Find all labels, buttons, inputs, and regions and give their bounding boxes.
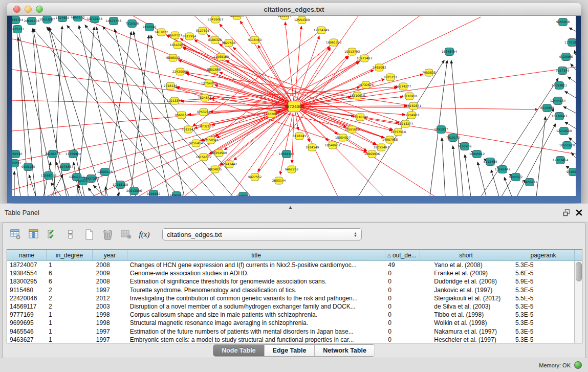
cell-short[interactable]: de Silva et al. (2003) bbox=[420, 302, 512, 311]
cell-year[interactable]: 2008 bbox=[93, 277, 127, 286]
column-header-short[interactable]: short bbox=[420, 250, 512, 261]
new-table-icon[interactable] bbox=[83, 229, 95, 240]
cell-name[interactable]: 9465546 bbox=[7, 327, 47, 336]
cell-name[interactable]: 9463627 bbox=[7, 336, 47, 343]
cell-out_degree[interactable]: 0 bbox=[385, 311, 420, 319]
column-header-name[interactable]: name bbox=[7, 250, 47, 261]
close-window-button[interactable] bbox=[13, 6, 20, 13]
column-header-out_degree[interactable]: △out_de... bbox=[385, 250, 420, 261]
table-row[interactable]: 1456911722003Disruption of a novel membe… bbox=[7, 302, 574, 311]
cell-year[interactable]: 2009 bbox=[93, 269, 127, 277]
table-row[interactable]: 1872400712008Changes of HCN gene express… bbox=[7, 261, 574, 269]
cell-pagerank[interactable]: 5.3E-5 bbox=[512, 311, 574, 319]
cell-pagerank[interactable]: 5.3E-5 bbox=[512, 319, 574, 327]
cell-name[interactable]: 9115460 bbox=[7, 286, 47, 294]
cell-out_degree[interactable]: 0 bbox=[385, 294, 420, 302]
column-header-title[interactable]: title bbox=[127, 250, 385, 261]
table-row[interactable]: 946362711997Embryonic stem cells: a mode… bbox=[7, 336, 574, 343]
close-panel-icon[interactable] bbox=[575, 209, 583, 216]
cell-in_degree[interactable]: 1 bbox=[47, 319, 93, 327]
table-row[interactable]: 977716911998Corpus callosum shape and si… bbox=[7, 311, 574, 319]
cell-title[interactable]: Corpus callosum shape and size in male p… bbox=[127, 311, 385, 319]
citation-graph[interactable]: 2242606374638228660123891295491275058186… bbox=[12, 16, 576, 196]
panel-resize-grip[interactable]: ▲ bbox=[288, 205, 293, 210]
cell-short[interactable]: Hescheler et al. (1997) bbox=[420, 336, 512, 343]
cell-in_degree[interactable]: 1 bbox=[47, 261, 93, 269]
cell-out_degree[interactable]: 49 bbox=[385, 261, 420, 269]
cell-name[interactable]: 22420046 bbox=[7, 294, 47, 302]
cell-title[interactable]: Disruption of a novel member of a sodium… bbox=[127, 302, 385, 311]
cell-year[interactable]: 2012 bbox=[93, 294, 127, 302]
select-rows-icon[interactable] bbox=[47, 229, 58, 240]
zoom-window-button[interactable] bbox=[36, 6, 43, 13]
column-header-year[interactable]: year bbox=[93, 250, 127, 261]
float-panel-icon[interactable] bbox=[563, 209, 571, 216]
cell-short[interactable]: Jankovic et al. (1997) bbox=[420, 286, 512, 294]
table-row[interactable]: 1938455462009Genome-wide association stu… bbox=[7, 269, 574, 277]
function-builder-icon[interactable]: f(x) bbox=[139, 229, 150, 240]
cell-name[interactable]: 18724007 bbox=[7, 261, 47, 269]
cell-in_degree[interactable]: 1 bbox=[47, 327, 93, 336]
tab-network-table[interactable]: Network Table bbox=[315, 345, 375, 356]
scrollbar-thumb[interactable] bbox=[576, 262, 582, 281]
cell-year[interactable]: 1998 bbox=[93, 311, 127, 319]
cell-title[interactable]: Estimation of the future numbers of pati… bbox=[127, 327, 385, 336]
cell-pagerank[interactable]: 5.3E-5 bbox=[512, 261, 574, 269]
cell-pagerank[interactable]: 5.6E-5 bbox=[512, 269, 574, 277]
cell-out_degree[interactable]: 0 bbox=[385, 319, 420, 327]
cell-name[interactable]: 9777169 bbox=[7, 311, 47, 319]
table-row[interactable]: 969969511998Structural magnetic resonanc… bbox=[7, 319, 574, 327]
show-columns-icon[interactable] bbox=[28, 229, 39, 240]
cell-short[interactable]: Dudbridge et al. (2008) bbox=[420, 277, 512, 286]
cell-title[interactable]: Genome-wide association studies in ADHD. bbox=[127, 269, 385, 277]
cell-pagerank[interactable]: 5.3E-5 bbox=[512, 302, 574, 311]
cell-pagerank[interactable]: 5.9E-5 bbox=[512, 277, 574, 286]
cell-short[interactable]: Nakamura et al. (1997) bbox=[420, 327, 512, 336]
cell-title[interactable]: Tourette syndrome. Phenomenology and cla… bbox=[127, 286, 385, 294]
cell-short[interactable]: Tibbo et al. (1998) bbox=[420, 311, 512, 319]
tab-edge-table[interactable]: Edge Table bbox=[265, 345, 315, 356]
cell-in_degree[interactable]: 6 bbox=[47, 269, 93, 277]
cell-name[interactable]: 18300295 bbox=[7, 277, 47, 286]
tab-node-table[interactable]: Node Table bbox=[213, 345, 264, 356]
cell-name[interactable]: 9699695 bbox=[7, 319, 47, 327]
vertical-scrollbar[interactable] bbox=[574, 261, 582, 343]
table-row[interactable]: 946554611997Estimation of the future num… bbox=[7, 327, 574, 336]
cell-year[interactable]: 2008 bbox=[93, 261, 127, 269]
table-settings-icon[interactable] bbox=[10, 229, 21, 240]
cell-in_degree[interactable]: 2 bbox=[47, 286, 93, 294]
cell-out_degree[interactable]: 0 bbox=[385, 302, 420, 311]
cell-title[interactable]: Embryonic stem cells: a model to study s… bbox=[127, 336, 385, 343]
cell-in_degree[interactable]: 1 bbox=[47, 336, 93, 343]
network-table-select[interactable]: citations_edges.txt ▲▼ bbox=[162, 228, 362, 240]
column-header-in_degree[interactable]: in_degree bbox=[47, 250, 93, 261]
cell-in_degree[interactable]: 1 bbox=[47, 311, 93, 319]
cell-pagerank[interactable]: 5.3E-5 bbox=[512, 286, 574, 294]
cell-out_degree[interactable]: 0 bbox=[385, 269, 420, 277]
cell-title[interactable]: Estimation of significance thresholds fo… bbox=[127, 277, 385, 286]
cell-short[interactable]: Stergiakouli et al. (2012) bbox=[420, 294, 512, 302]
cell-pagerank[interactable]: 5.3E-5 bbox=[512, 327, 574, 336]
cell-short[interactable]: Yano et al. (2008) bbox=[420, 261, 512, 269]
cell-year[interactable]: 1997 bbox=[93, 286, 127, 294]
cell-year[interactable]: 1998 bbox=[93, 319, 127, 327]
table-row[interactable]: 2242004622012Investigating the contribut… bbox=[7, 294, 574, 302]
cell-short[interactable]: Franke et al. (2009) bbox=[420, 269, 512, 277]
column-header-pagerank[interactable]: pagerank bbox=[512, 250, 575, 261]
cell-short[interactable]: Wolkin et al. (1998) bbox=[420, 319, 512, 327]
cell-in_degree[interactable]: 2 bbox=[47, 294, 93, 302]
cell-title[interactable]: Structural magnetic resonance image aver… bbox=[127, 319, 385, 327]
cell-pagerank[interactable]: 5.5E-5 bbox=[512, 294, 574, 302]
cell-out_degree[interactable]: 0 bbox=[385, 327, 420, 336]
cell-in_degree[interactable]: 6 bbox=[47, 277, 93, 286]
import-table-disabled-icon[interactable] bbox=[120, 229, 132, 240]
cell-name[interactable]: 14569117 bbox=[7, 302, 47, 311]
cell-in_degree[interactable]: 2 bbox=[47, 302, 93, 311]
cell-out_degree[interactable]: 0 bbox=[385, 277, 420, 286]
delete-table-icon[interactable] bbox=[102, 229, 113, 240]
cell-title[interactable]: Changes of HCN gene expression and I(f) … bbox=[127, 261, 385, 269]
row-height-icon[interactable] bbox=[65, 229, 76, 240]
memory-status-indicator[interactable] bbox=[574, 361, 582, 369]
cell-year[interactable]: 1997 bbox=[93, 327, 127, 336]
cell-pagerank[interactable]: 5.3E-5 bbox=[512, 336, 574, 343]
